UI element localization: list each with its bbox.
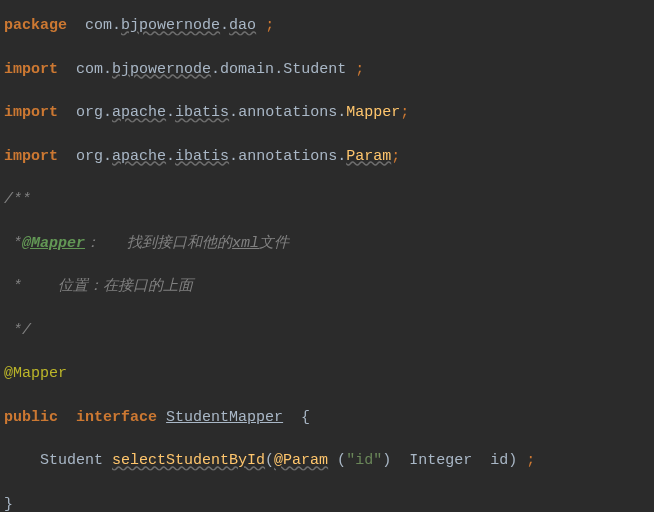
import-segment: org: [76, 148, 103, 165]
comment-xml: xml: [232, 235, 259, 252]
keyword-interface: interface: [76, 409, 157, 426]
comment-close: */: [4, 322, 31, 339]
keyword-import: import: [4, 148, 58, 165]
comment-text: 文件: [259, 235, 289, 252]
pkg-segment: com: [85, 17, 112, 34]
import-segment: domain: [220, 61, 274, 78]
import-class: Mapper: [346, 104, 400, 121]
code-line-method: Student selectStudentById(@Param ("id") …: [4, 439, 650, 483]
import-segment: ibatis: [175, 148, 229, 165]
import-class: Student: [283, 61, 346, 78]
keyword-package: package: [4, 17, 67, 34]
import-segment: com: [76, 61, 103, 78]
import-segment: annotations: [238, 148, 337, 165]
pkg-segment: bjpowernode: [121, 17, 220, 34]
javadoc-line: */: [4, 309, 650, 353]
code-line-import: import org.apache.ibatis.annotations.Map…: [4, 91, 650, 135]
keyword-public: public: [4, 409, 58, 426]
import-segment: bjpowernode: [112, 61, 211, 78]
brace-close: }: [4, 496, 13, 513]
code-line-interface: public interface StudentMapper {: [4, 396, 650, 440]
import-segment: apache: [112, 104, 166, 121]
param-type: Integer: [409, 452, 472, 469]
brace-open: {: [301, 409, 310, 426]
code-line-close: }: [4, 483, 650, 513]
code-line-import: import org.apache.ibatis.annotations.Par…: [4, 135, 650, 179]
javadoc-line: * 位置：在接口的上面: [4, 265, 650, 309]
code-line-package: package com.bjpowernode.dao ;: [4, 4, 650, 48]
keyword-import: import: [4, 61, 58, 78]
comment-text: ： 找到接口和他的: [85, 235, 232, 252]
string-literal: "id": [346, 452, 382, 469]
interface-name: StudentMapper: [166, 409, 283, 426]
comment-prefix: *: [4, 235, 22, 252]
annotation-param: @Param: [274, 452, 328, 469]
comment-open: /**: [4, 191, 31, 208]
pkg-segment: dao: [229, 17, 256, 34]
javadoc-tag: @Mapper: [22, 235, 85, 252]
import-segment: annotations: [238, 104, 337, 121]
param-name: id: [490, 452, 508, 469]
javadoc-line: /**: [4, 178, 650, 222]
import-segment: ibatis: [175, 104, 229, 121]
import-class: Param: [346, 148, 391, 165]
comment-text: * 位置：在接口的上面: [4, 278, 193, 295]
code-line-annotation: @Mapper: [4, 352, 650, 396]
annotation-mapper: @Mapper: [4, 365, 67, 382]
keyword-import: import: [4, 104, 58, 121]
method-name: selectStudentById: [112, 452, 265, 469]
import-segment: apache: [112, 148, 166, 165]
import-segment: org: [76, 104, 103, 121]
javadoc-line: *@Mapper： 找到接口和他的xml文件: [4, 222, 650, 266]
code-line-import: import com.bjpowernode.domain.Student ;: [4, 48, 650, 92]
return-type: Student: [40, 452, 103, 469]
